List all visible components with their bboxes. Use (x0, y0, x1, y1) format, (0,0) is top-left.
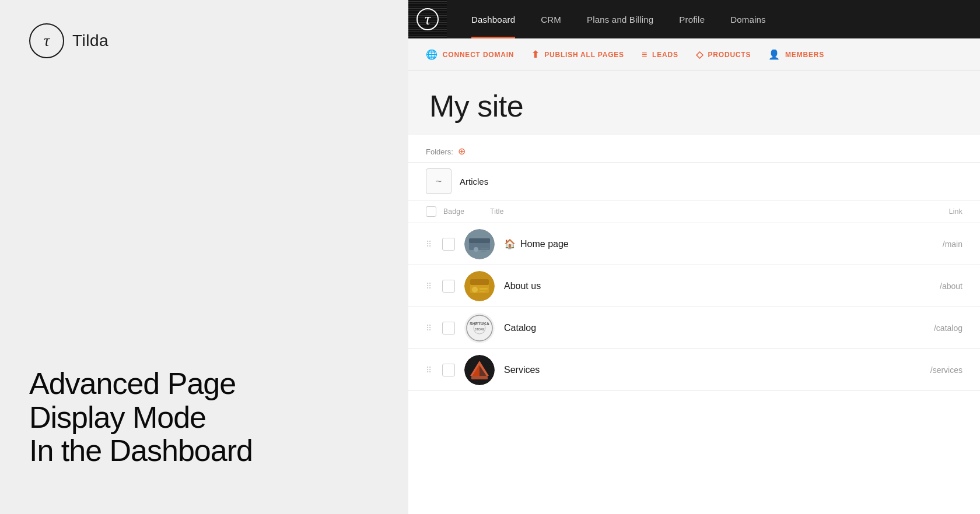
page-title-col: About us (504, 281, 892, 291)
page-link: /services (892, 365, 963, 375)
page-link: /about (892, 281, 963, 291)
logo-area: τ Tilda (29, 23, 379, 58)
row-checkbox[interactable] (442, 238, 455, 251)
page-thumbnail (464, 355, 495, 385)
content-area: Folders: ⊕ ~ Articles Badge Title Link ⠿ (408, 135, 980, 514)
page-link: /main (892, 240, 963, 249)
table-header: Badge Title Link (408, 200, 980, 223)
select-all-checkbox[interactable] (426, 206, 436, 217)
tagline-text: Advanced Page Display Mode In the Dashbo… (29, 367, 379, 467)
connect-domain-button[interactable]: 🌐 CONNECT DOMAIN (426, 49, 514, 60)
page-name: Catalog (504, 323, 536, 333)
nav-logo-wrap: τ (408, 0, 447, 38)
page-name: About us (504, 281, 541, 291)
brand-name: Tilda (72, 31, 108, 50)
top-nav: τ Dashboard CRM Plans and Billing Profil… (408, 0, 980, 38)
row-checkbox[interactable] (442, 364, 455, 376)
upload-icon: ⬆ (531, 49, 540, 60)
left-panel: τ Tilda Advanced Page Display Mode In th… (0, 0, 408, 514)
svg-rect-4 (481, 248, 489, 249)
drag-handle[interactable]: ⠿ (426, 323, 438, 333)
folder-icon: ~ (426, 168, 452, 194)
svg-rect-10 (480, 288, 488, 290)
person-icon: 👤 (768, 49, 780, 60)
site-title-area: My site (408, 71, 980, 135)
page-link: /catalog (892, 323, 963, 333)
col-header-link: Link (892, 207, 963, 216)
svg-rect-5 (481, 251, 487, 252)
nav-item-dashboard[interactable]: Dashboard (459, 0, 528, 38)
folder-name: Articles (460, 177, 488, 186)
svg-point-9 (472, 287, 478, 293)
nav-logo-circle: τ (416, 8, 439, 30)
home-icon: 🏠 (504, 238, 516, 249)
page-name: Home page (520, 239, 569, 249)
globe-icon: 🌐 (426, 49, 438, 60)
table-row[interactable]: ⠿ SHETUKA STORE Catalog /catalog (408, 307, 980, 349)
folders-section: Folders: ⊕ (408, 135, 980, 163)
page-name: Services (504, 365, 540, 375)
svg-rect-21 (471, 376, 488, 379)
leads-button[interactable]: ≡ LEADS (642, 50, 678, 60)
nav-item-domains[interactable]: Domains (718, 0, 779, 38)
drag-handle[interactable]: ⠿ (426, 281, 438, 291)
leads-icon: ≡ (642, 50, 648, 60)
drag-handle[interactable]: ⠿ (426, 365, 438, 375)
publish-all-button[interactable]: ⬆ PUBLISH ALL PAGES (531, 49, 624, 60)
nav-item-profile[interactable]: Profile (666, 0, 718, 38)
svg-rect-8 (470, 279, 489, 285)
col-header-badge: Badge (443, 207, 490, 216)
toolbar: 🌐 CONNECT DOMAIN ⬆ PUBLISH ALL PAGES ≡ L… (408, 38, 980, 71)
folders-label: Folders: ⊕ (426, 147, 963, 156)
products-button[interactable]: ◇ PRODUCTS (696, 49, 751, 60)
tagline: Advanced Page Display Mode In the Dashbo… (29, 367, 379, 467)
page-thumbnail (464, 229, 495, 259)
row-checkbox[interactable] (442, 280, 455, 293)
page-thumbnail: SHETUKA STORE (464, 313, 495, 343)
page-title-col: Catalog (504, 323, 892, 333)
table-row[interactable]: ⠿ 🏠 Home page /main (408, 223, 980, 265)
diamond-icon: ◇ (696, 49, 704, 60)
svg-rect-11 (480, 291, 485, 292)
col-header-title: Title (490, 207, 892, 216)
right-panel: τ Dashboard CRM Plans and Billing Profil… (408, 0, 980, 514)
table-row[interactable]: ⠿ Services /services (408, 349, 980, 391)
table-row[interactable]: ⠿ About us /about (408, 265, 980, 307)
folder-row[interactable]: ~ Articles (408, 163, 980, 200)
page-title-col: 🏠 Home page (504, 238, 892, 249)
drag-handle[interactable]: ⠿ (426, 240, 438, 249)
members-button[interactable]: 👤 MEMBERS (768, 49, 824, 60)
row-checkbox[interactable] (442, 322, 455, 335)
svg-point-3 (474, 247, 478, 252)
svg-rect-2 (469, 238, 490, 243)
site-title: My site (429, 89, 959, 124)
nav-item-crm[interactable]: CRM (528, 0, 574, 38)
tilda-logo[interactable]: τ (29, 23, 64, 58)
svg-text:STORE: STORE (474, 328, 485, 331)
nav-items: Dashboard CRM Plans and Billing Profile … (447, 0, 779, 38)
nav-item-plans-billing[interactable]: Plans and Billing (574, 0, 666, 38)
add-folder-button[interactable]: ⊕ (458, 147, 466, 156)
page-thumbnail (464, 271, 495, 301)
page-title-col: Services (504, 365, 892, 375)
